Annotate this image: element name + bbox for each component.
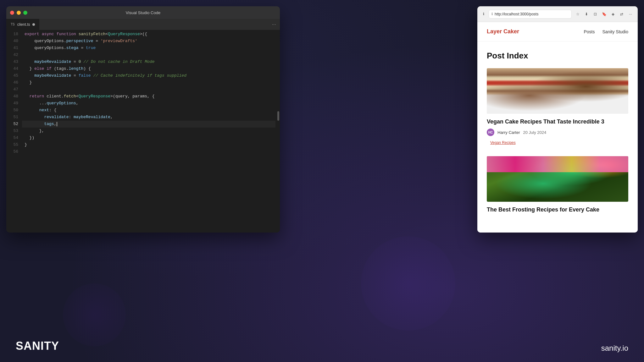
line-num-44: 44 bbox=[6, 65, 18, 72]
line-num-18: 18 bbox=[6, 31, 18, 38]
nav-link-posts[interactable]: Posts bbox=[584, 29, 595, 34]
tab-lang-badge: TS bbox=[11, 23, 15, 26]
tab-modified-indicator bbox=[32, 23, 35, 26]
vscode-titlebar: Visual Studio Code bbox=[6, 6, 280, 19]
code-line-45: maybeRevalidate = false // Cache indefin… bbox=[22, 72, 280, 79]
site-logo[interactable]: Layer Caker bbox=[487, 28, 519, 35]
browser-download-button[interactable]: ⬇ bbox=[583, 11, 590, 18]
line-num-40: 40 bbox=[6, 38, 18, 45]
post-card-2[interactable]: The Best Frosting Recipes for Every Cake bbox=[487, 156, 628, 213]
sanity-logo-footer: SANITY bbox=[16, 339, 59, 353]
minimize-button[interactable] bbox=[17, 11, 21, 15]
author-name-1: Harry Carter bbox=[497, 130, 520, 135]
bottom-bar: SANITY sanity.io bbox=[0, 299, 644, 362]
post-meta-1: HC Harry Carter 20 July 2024 bbox=[487, 129, 628, 136]
line-num-52: 52 bbox=[6, 121, 18, 128]
post-tag-1[interactable]: Vegan Recipes bbox=[487, 139, 519, 146]
post-date-1: 20 July 2024 bbox=[523, 130, 547, 135]
post-image-2 bbox=[487, 156, 628, 202]
code-line-43: maybeRevalidate = 0 // Do not cache in D… bbox=[22, 58, 280, 65]
vscode-code-content: 18 40 41 42 43 44 45 46 47 48 49 50 51 5… bbox=[6, 30, 280, 233]
sanity-url-footer: sanity.io bbox=[601, 344, 628, 353]
post-title-1: Vegan Cake Recipes That Taste Incredible… bbox=[487, 118, 628, 125]
code-line-40: queryOptions.perspective = 'previewDraft… bbox=[22, 38, 280, 45]
author-avatar-1: HC bbox=[487, 129, 494, 136]
line-num-54: 54 bbox=[6, 134, 18, 141]
line-num-43: 43 bbox=[6, 58, 18, 65]
cake-image-layered bbox=[487, 68, 628, 114]
line-num-45: 45 bbox=[6, 72, 18, 79]
cake-image-frosted bbox=[487, 156, 628, 202]
browser-action-buttons: ☆ ⬇ ⊡ 🔖 ◈ ⇄ ··· bbox=[574, 11, 634, 18]
code-line-18: export async function sanityFetch<QueryR… bbox=[22, 31, 280, 38]
traffic-lights bbox=[10, 11, 27, 15]
browser-url: http://localhost:3000/posts bbox=[495, 12, 538, 16]
code-line-53: }, bbox=[22, 128, 280, 134]
line-numbers-gutter: 18 40 41 42 43 44 45 46 47 48 49 50 51 5… bbox=[6, 30, 22, 233]
line-num-42: 42 bbox=[6, 52, 18, 58]
post-image-1 bbox=[487, 68, 628, 114]
code-line-41: queryOptions.stega = true bbox=[22, 45, 280, 52]
line-num-49: 49 bbox=[6, 100, 18, 107]
vscode-title: Visual Studio Code bbox=[126, 10, 160, 15]
vscode-tab-bar: TS client.ts ··· bbox=[6, 19, 280, 30]
line-num-41: 41 bbox=[6, 45, 18, 52]
code-line-48: return client.fetch<QueryResponse>(query… bbox=[22, 93, 280, 100]
code-line-54: }) bbox=[22, 134, 280, 141]
browser-extensions-button[interactable]: ◈ bbox=[609, 11, 616, 18]
browser-info-icon: ℹ bbox=[481, 12, 486, 17]
code-line-50: next: { bbox=[22, 107, 280, 114]
maximize-button[interactable] bbox=[23, 11, 27, 15]
code-line-42 bbox=[22, 52, 280, 58]
browser-toolbar: ℹ ℹ http://localhost:3000/posts ☆ ⬇ ⊡ 🔖 … bbox=[477, 6, 638, 22]
tab-filename: client.ts bbox=[17, 22, 30, 27]
browser-menu-button[interactable]: ··· bbox=[627, 11, 634, 18]
code-line-52: tags, bbox=[22, 121, 280, 128]
close-button[interactable] bbox=[10, 11, 14, 15]
line-num-51: 51 bbox=[6, 114, 18, 121]
code-line-51: revalidate: maybeRevalidate, bbox=[22, 114, 280, 121]
website-main: Post Index Vegan Cake Recipes That Taste… bbox=[477, 41, 638, 233]
vscode-scrollbar-thumb[interactable] bbox=[277, 111, 279, 121]
line-num-48: 48 bbox=[6, 93, 18, 100]
browser-screenshot-button[interactable]: ⊡ bbox=[592, 11, 599, 18]
browser-star-button[interactable]: ☆ bbox=[574, 11, 581, 18]
browser-sync-button[interactable]: ⇄ bbox=[618, 11, 625, 18]
tab-overflow-menu[interactable]: ··· bbox=[272, 22, 276, 27]
nav-links: Posts Sanity Studio bbox=[584, 29, 628, 34]
code-line-46: } bbox=[22, 79, 280, 86]
line-num-47: 47 bbox=[6, 86, 18, 93]
line-num-50: 50 bbox=[6, 107, 18, 114]
line-num-53: 53 bbox=[6, 128, 18, 134]
vscode-tab-client-ts[interactable]: TS client.ts bbox=[6, 19, 40, 30]
line-num-46: 46 bbox=[6, 79, 18, 86]
vscode-window: Visual Studio Code TS client.ts ··· 18 4… bbox=[6, 6, 280, 233]
line-num-55: 55 bbox=[6, 141, 18, 148]
nav-link-sanity-studio[interactable]: Sanity Studio bbox=[602, 29, 629, 34]
browser-bookmark-button[interactable]: 🔖 bbox=[601, 11, 608, 18]
address-lock-icon: ℹ bbox=[491, 12, 493, 16]
vscode-scrollbar[interactable] bbox=[275, 30, 280, 233]
code-line-56 bbox=[22, 148, 280, 155]
code-editor-area[interactable]: export async function sanityFetch<QueryR… bbox=[22, 30, 280, 233]
page-title: Post Index bbox=[487, 51, 628, 61]
code-line-44: } else if (tags.length) { bbox=[22, 65, 280, 72]
code-line-47 bbox=[22, 86, 280, 93]
code-line-49: ...queryOptions, bbox=[22, 100, 280, 107]
post-title-2: The Best Frosting Recipes for Every Cake bbox=[487, 206, 628, 213]
website-nav: Layer Caker Posts Sanity Studio bbox=[477, 22, 638, 41]
code-line-55: } bbox=[22, 141, 280, 148]
browser-window: ℹ ℹ http://localhost:3000/posts ☆ ⬇ ⊡ 🔖 … bbox=[477, 6, 638, 233]
post-card-1[interactable]: Vegan Cake Recipes That Taste Incredible… bbox=[487, 68, 628, 146]
line-num-56: 56 bbox=[6, 148, 18, 155]
website-content: Layer Caker Posts Sanity Studio Post Ind… bbox=[477, 22, 638, 233]
browser-address-bar[interactable]: ℹ http://localhost:3000/posts bbox=[489, 10, 572, 19]
